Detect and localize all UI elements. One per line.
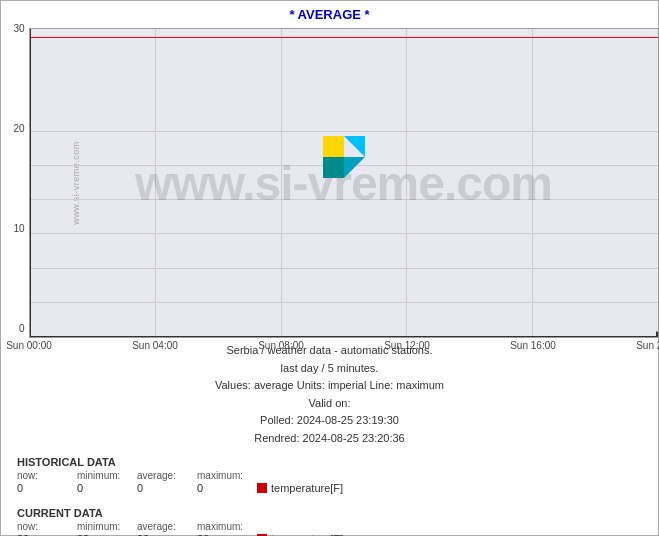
grid-h-10 bbox=[30, 268, 658, 269]
svg-marker-3 bbox=[344, 157, 365, 178]
curr-val-max: 32 bbox=[197, 533, 257, 536]
curr-val-avg: 32 bbox=[137, 533, 197, 536]
max-line bbox=[30, 37, 658, 38]
hist-header-now: now: bbox=[17, 470, 77, 481]
hist-header-max: maximum: bbox=[197, 470, 257, 481]
grid-v-2 bbox=[281, 29, 282, 337]
svg-marker-2 bbox=[323, 157, 344, 178]
chart-wrapper: 30 20 10 0 www.si-vreme.com bbox=[1, 24, 659, 338]
svg-marker-1 bbox=[344, 136, 365, 157]
historical-data-title: HISTORICAL DATA bbox=[17, 456, 642, 468]
x-label-3: Sun 12:00 bbox=[384, 340, 430, 351]
y-label-0: 0 bbox=[1, 324, 25, 334]
grid-v-5 bbox=[658, 29, 659, 337]
grid-h-5 bbox=[30, 302, 658, 303]
current-headers: now: minimum: average: maximum: bbox=[17, 521, 642, 532]
hist-val-now: 0 bbox=[17, 482, 77, 494]
grid-v-3 bbox=[406, 29, 407, 337]
historical-data-section: HISTORICAL DATA now: minimum: average: m… bbox=[1, 452, 658, 499]
y-label-30: 30 bbox=[1, 24, 25, 34]
x-label-0: Sun 00:00 bbox=[6, 340, 52, 351]
hist-color-square bbox=[257, 483, 267, 493]
historical-data-row: 0 0 0 0 temperature[F] bbox=[17, 482, 642, 494]
y-label-20: 20 bbox=[1, 124, 25, 134]
curr-val-now: 32 bbox=[17, 533, 77, 536]
curr-val-min: 32 bbox=[77, 533, 137, 536]
chart-area: www.si-vreme.com bbox=[29, 28, 659, 338]
historical-headers: now: minimum: average: maximum: bbox=[17, 470, 642, 481]
hist-val-avg: 0 bbox=[137, 482, 197, 494]
curr-unit: temperature[F] bbox=[271, 533, 343, 536]
info-line4: Valid on: bbox=[1, 395, 658, 413]
info-line6: Rendred: 2024-08-25 23:20:36 bbox=[1, 430, 658, 448]
grid-h-15 bbox=[30, 233, 658, 234]
grid-v-4 bbox=[532, 29, 533, 337]
x-axis bbox=[30, 336, 658, 337]
curr-header-min: minimum: bbox=[77, 521, 137, 532]
sidebar-watermark: www.si-vreme.com bbox=[70, 141, 80, 225]
y-axis-labels: 30 20 10 0 bbox=[1, 24, 29, 334]
curr-header-avg: average: bbox=[137, 521, 197, 532]
info-section: Serbia / weather data - automatic statio… bbox=[1, 342, 658, 448]
hist-val-min: 0 bbox=[77, 482, 137, 494]
y-axis bbox=[30, 29, 31, 337]
info-line3: Values: average Units: imperial Line: ma… bbox=[1, 377, 658, 395]
x-label-5: Sun 20:00 bbox=[636, 340, 659, 351]
info-line1: Serbia / weather data - automatic statio… bbox=[1, 342, 658, 360]
y-label-10: 10 bbox=[1, 224, 25, 234]
info-line2: last day / 5 minutes. bbox=[1, 360, 658, 378]
svg-rect-0 bbox=[323, 136, 344, 157]
curr-header-max: maximum: bbox=[197, 521, 257, 532]
current-data-title: CURRENT DATA bbox=[17, 507, 642, 519]
grid-h-20 bbox=[30, 199, 658, 200]
current-data-row: 32 32 32 32 temperature[F] bbox=[17, 533, 642, 536]
chart-title: * AVERAGE * bbox=[289, 7, 369, 22]
info-line5: Polled: 2024-08-25 23:19:30 bbox=[1, 412, 658, 430]
x-axis-arrow bbox=[656, 331, 659, 338]
curr-header-now: now: bbox=[17, 521, 77, 532]
current-data-section: CURRENT DATA now: minimum: average: maxi… bbox=[1, 503, 658, 536]
x-label-2: Sun 08:00 bbox=[258, 340, 304, 351]
grid-h-30 bbox=[30, 131, 658, 132]
hist-header-min: minimum: bbox=[77, 470, 137, 481]
grid-v-1 bbox=[155, 29, 156, 337]
x-label-1: Sun 04:00 bbox=[132, 340, 178, 351]
x-label-4: Sun 16:00 bbox=[510, 340, 556, 351]
hist-val-max: 0 bbox=[197, 482, 257, 494]
hist-unit: temperature[F] bbox=[271, 482, 343, 494]
logo-icon bbox=[323, 136, 365, 180]
hist-header-avg: average: bbox=[137, 470, 197, 481]
main-container: * AVERAGE * 30 20 10 0 www.si-vreme.com bbox=[0, 0, 659, 536]
